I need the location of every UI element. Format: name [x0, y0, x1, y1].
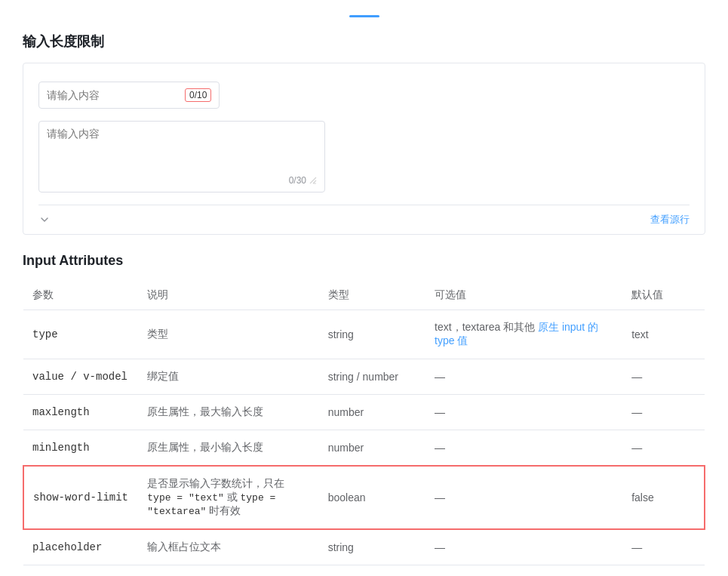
input-with-counter-wrapper[interactable]: 0/10	[38, 82, 220, 109]
cell-default: false	[622, 466, 705, 529]
cell-default: —	[622, 529, 705, 565]
cell-type: string	[319, 529, 425, 565]
cell-param: type	[23, 310, 138, 359]
cell-default: —	[622, 395, 705, 430]
cell-desc: 类型	[138, 310, 318, 359]
demo-row-textarea: 0/30	[38, 121, 690, 193]
table-row: type 类型 string text，textarea 和其他 原生 inpu…	[23, 310, 705, 359]
section-title-length: 输入长度限制	[23, 32, 705, 51]
cell-param: minlength	[23, 430, 138, 467]
length-limited-textarea[interactable]	[47, 128, 317, 173]
demo-row-input: 0/10	[38, 82, 690, 109]
attributes-title: Input Attributes	[23, 253, 705, 269]
length-limited-input[interactable]	[47, 89, 179, 101]
textarea-counter: 0/30	[47, 175, 317, 186]
table-row: minlength 原生属性，最小输入长度 number — —	[23, 430, 705, 467]
cell-type: string	[319, 310, 425, 359]
cell-options: —	[425, 466, 622, 529]
cell-param: maxlength	[23, 395, 138, 430]
cell-type: string / number	[319, 359, 425, 395]
cell-desc: 是否显示输入字数统计，只在 type = "text" 或 type = "te…	[138, 466, 318, 529]
cell-options: —	[425, 529, 622, 565]
demo-box: 0/10 0/30 查看源行	[23, 63, 705, 235]
cell-default: —	[622, 359, 705, 395]
tab-indicator	[23, 15, 705, 17]
resize-icon	[309, 177, 317, 184]
table-header-row: 参数 说明 类型 可选值 默认值	[23, 281, 705, 310]
input-counter-badge: 0/10	[185, 88, 211, 102]
textarea-wrapper[interactable]: 0/30	[38, 121, 325, 193]
cell-default: text	[622, 310, 705, 359]
table-row: maxlength 原生属性，最大输入长度 number — —	[23, 395, 705, 430]
cell-options: —	[425, 430, 622, 467]
cell-desc: 绑定值	[138, 359, 318, 395]
cell-desc: 原生属性，最大输入长度	[138, 395, 318, 430]
table-row: value / v-model 绑定值 string / number — —	[23, 359, 705, 395]
dropdown-arrow-icon[interactable]	[38, 214, 51, 226]
col-header-type: 类型	[319, 281, 425, 310]
cell-param: value / v-model	[23, 359, 138, 395]
view-code-link[interactable]: 查看源行	[650, 213, 690, 226]
cell-type: number	[319, 430, 425, 467]
table-row: placeholder 输入框占位文本 string — —	[23, 529, 705, 565]
cell-options: —	[425, 395, 622, 430]
code-type-text: type = "text"	[147, 492, 223, 504]
cell-type: boolean	[319, 466, 425, 529]
cell-param: show-word-limit	[23, 466, 138, 529]
col-header-desc: 说明	[138, 281, 318, 310]
col-header-param: 参数	[23, 281, 138, 310]
cell-options: text，textarea 和其他 原生 input 的 type 值	[425, 310, 622, 359]
cell-options: —	[425, 359, 622, 395]
cell-default: —	[622, 430, 705, 467]
cell-param: placeholder	[23, 529, 138, 565]
table-row-highlighted: show-word-limit 是否显示输入字数统计，只在 type = "te…	[23, 466, 705, 529]
cell-desc: 原生属性，最小输入长度	[138, 430, 318, 467]
cell-type: number	[319, 395, 425, 430]
demo-footer-left	[38, 214, 51, 226]
cell-desc: 输入框占位文本	[138, 529, 318, 565]
col-header-options: 可选值	[425, 281, 622, 310]
demo-footer: 查看源行	[38, 205, 690, 234]
native-input-link[interactable]: 原生 input 的 type 值	[435, 321, 598, 347]
attributes-table: 参数 说明 类型 可选值 默认值 type 类型 string text，tex…	[23, 281, 705, 565]
col-header-default: 默认值	[622, 281, 705, 310]
